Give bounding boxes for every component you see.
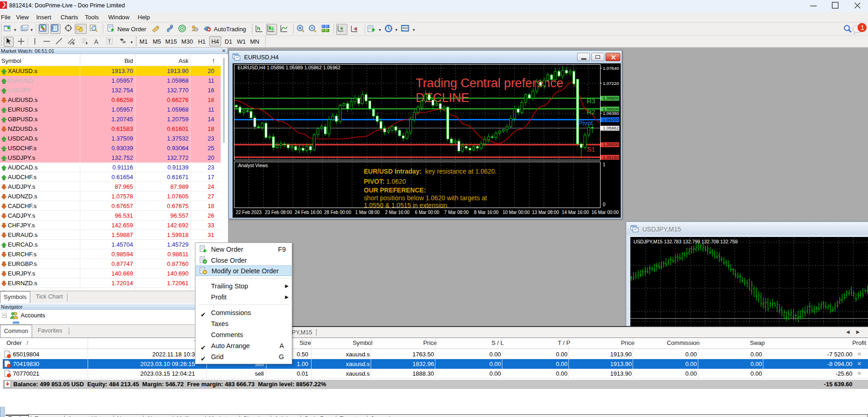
svg-text:10 Mar 00:00: 10 Mar 00:00: [503, 210, 530, 215]
svg-text:22 Feb 2023: 22 Feb 2023: [236, 210, 262, 215]
svg-text:R2: R2: [587, 108, 595, 116]
svg-text:1 Mar 08:00: 1 Mar 08:00: [355, 210, 380, 215]
svg-text:USDJPY,M15 132.783 132.799 13: USDJPY,M15 132.783 132.799 132.708 132.7…: [634, 239, 738, 244]
svg-text:F: F: [86, 42, 88, 45]
svg-text:EURUSD,H4 1.05896 1.05989 1.0: EURUSD,H4 1.05896 1.05989 1.05862 1.0596…: [238, 65, 340, 70]
svg-text:1: 1: [603, 162, 606, 167]
svg-text:24 Feb 16:00: 24 Feb 16:00: [295, 210, 322, 215]
svg-text:1.05150: 1.05150: [603, 155, 619, 160]
svg-text:14 Mar 16:00: 14 Mar 16:00: [562, 210, 589, 215]
svg-text:EUR/USD Intraday: key resista: EUR/USD Intraday: key resistance at 1.06…: [364, 168, 496, 175]
svg-text:S1: S1: [587, 146, 595, 153]
svg-text:1: 1: [861, 24, 864, 31]
svg-text:7 Mar 08:00: 7 Mar 08:00: [444, 210, 469, 215]
svg-text:2 Mar 16:00: 2 Mar 16:00: [385, 210, 410, 215]
svg-text:DECLINE: DECLINE: [416, 91, 469, 105]
svg-text:1.06200: 1.06200: [603, 117, 619, 122]
svg-text:8 Mar 16:00: 8 Mar 16:00: [474, 210, 499, 215]
svg-text:1.0550 & 1.0515 in extension.: 1.0550 & 1.0515 in extension.: [364, 202, 449, 209]
svg-text:R3: R3: [587, 97, 595, 105]
svg-text:6 Mar 00:00: 6 Mar 00:00: [415, 210, 440, 215]
svg-text:T: T: [108, 39, 111, 44]
svg-text:short positions below 1.0620 w: short positions below 1.0620 with target…: [364, 194, 487, 202]
svg-text:23 Feb 08:00: 23 Feb 08:00: [265, 210, 292, 215]
svg-text:1.07220: 1.07220: [603, 81, 619, 86]
svg-text:PIVOT: 1.0620: PIVOT: 1.0620: [364, 178, 406, 185]
svg-text:1.05500: 1.05500: [603, 142, 619, 147]
svg-text:OUR PREFERENCE:: OUR PREFERENCE:: [364, 186, 426, 194]
svg-text:13 Mar 08:00: 13 Mar 08:00: [532, 210, 559, 215]
svg-text:1.05962: 1.05962: [603, 125, 619, 130]
svg-text:1.06500: 1.06500: [603, 107, 619, 112]
svg-text:Pivot: Pivot: [578, 119, 593, 127]
svg-text:28 Feb 00:00: 28 Feb 00:00: [324, 210, 351, 215]
svg-text:E: E: [72, 42, 75, 45]
svg-text:1.06800: 1.06800: [603, 96, 619, 101]
svg-text:1.07640: 1.07640: [603, 66, 619, 71]
svg-text:.Analyst Views: .Analyst Views: [237, 163, 268, 168]
svg-text:0: 0: [603, 202, 606, 207]
svg-text:16 Mar 00:00: 16 Mar 00:00: [592, 210, 619, 215]
